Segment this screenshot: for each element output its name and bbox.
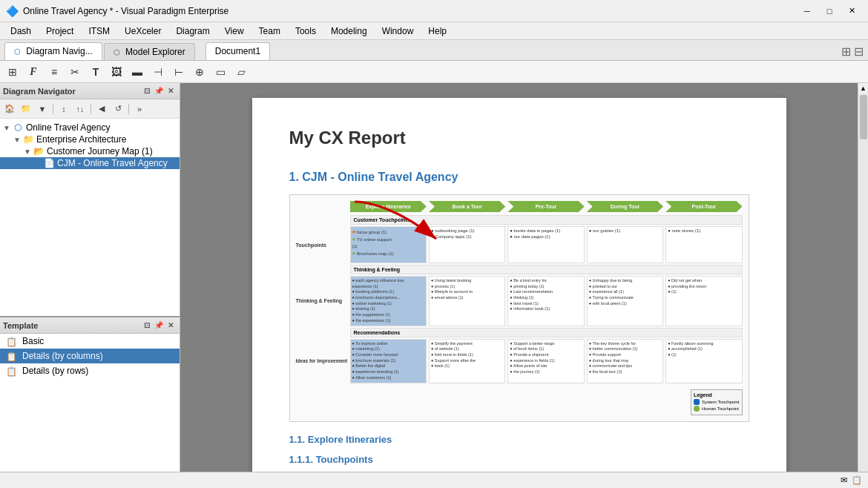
tree-l1-label: Enterprise Architecture	[36, 134, 126, 145]
tp-cell-1: ● focus group (1) ● TV online support (1…	[350, 226, 427, 263]
toolbar-oval-btn[interactable]: ▱	[231, 64, 251, 80]
close-panel-button[interactable]: ✕	[165, 85, 177, 97]
maximize-button[interactable]: □	[819, 4, 840, 19]
folder-icon-l2: 📂	[33, 146, 45, 156]
mail-icon[interactable]: ✉	[841, 475, 847, 485]
thinking-label: Thinking & Feeling	[296, 276, 348, 326]
tree-cjm-folder[interactable]: ▼ 📂 Customer Journey Map (1)	[0, 145, 180, 157]
toolbar-left-btn[interactable]: ⊣	[148, 64, 168, 80]
toolbar-image-btn[interactable]: 🖼	[107, 64, 126, 80]
scroll-up-arrow[interactable]: ▲	[858, 83, 869, 93]
folder-icon-l1: 📁	[22, 134, 34, 145]
tree-enterprise-arch[interactable]: ▼ 📁 Enterprise Architecture	[0, 133, 180, 145]
toolbar-icon-panel[interactable]: ⊟	[854, 44, 864, 59]
template-rows[interactable]: 📋 Details (by rows)	[0, 363, 180, 378]
section1-title: 1. CJM - Online Travel Agency	[289, 171, 749, 184]
document-scroll-area[interactable]: My CX Report 1. CJM - Online Travel Agen…	[180, 83, 858, 488]
toolbar-icon-grid[interactable]: ⊞	[841, 44, 851, 59]
ideas-label: Ideas for Improvement	[296, 339, 348, 383]
tp-cell-4: ● our guides (1)	[587, 226, 663, 263]
app-icon: 🔷	[6, 5, 19, 17]
clipboard-icon[interactable]: 📋	[852, 475, 862, 485]
diagram-nav-toolbar: 🏠 📁 ▼ ↕ ↑↓ ◀ ↺ »	[0, 99, 180, 119]
stage-book: Book a Tour	[429, 201, 505, 212]
restore-button[interactable]: ⊡	[141, 85, 153, 97]
nav-sort2-btn[interactable]: ↑↓	[73, 102, 88, 116]
window-controls: ─ □ ✕	[797, 4, 862, 19]
app-title: Online Travel Agency * - Visual Paradigm…	[23, 6, 797, 16]
pin-button[interactable]: 📌	[153, 85, 165, 97]
stage-explore: Explore Itineraries	[350, 201, 427, 212]
menu-modeling[interactable]: Modeling	[323, 24, 375, 39]
nav-refresh-btn[interactable]: ↺	[111, 102, 125, 116]
diagram-navigator-header: Diagram Navigator ⊡ 📌 ✕	[0, 83, 180, 99]
toolbar-line-btn[interactable]: ▬	[128, 64, 147, 80]
template-restore-btn[interactable]: ⊡	[141, 320, 153, 332]
th-cell-2: ● Using latest booking ● process (1) ● l…	[429, 276, 505, 326]
template-close-btn[interactable]: ✕	[165, 320, 177, 332]
toolbar-rect-btn[interactable]: ▭	[211, 64, 230, 80]
tree-toggle-root[interactable]: ▼	[3, 124, 12, 132]
menu-team[interactable]: Team	[251, 24, 288, 39]
menu-uexceler[interactable]: UeXceler	[117, 24, 168, 39]
menu-diagram[interactable]: Diagram	[168, 24, 217, 39]
menu-window[interactable]: Window	[375, 24, 421, 39]
cjm-empty2	[296, 265, 348, 274]
toolbar-T-btn[interactable]: T	[86, 64, 105, 80]
scroll-thumb[interactable]	[860, 95, 867, 139]
tree-toggle-l1[interactable]: ▼	[13, 136, 22, 144]
menu-project[interactable]: Project	[39, 24, 81, 39]
subsection1-1-title: 1.1.1. Touchpoints	[289, 454, 749, 465]
toolbar-cut-btn[interactable]: ✂	[65, 64, 85, 80]
template-basic[interactable]: 📋 Basic	[0, 334, 180, 349]
tree-root[interactable]: ▼ ⬡ Online Travel Agency	[0, 122, 180, 133]
nav-down-btn[interactable]: ▼	[35, 102, 50, 116]
main-layout: Diagram Navigator ⊡ 📌 ✕ 🏠 📁 ▼ ↕ ↑↓ ◀ ↺ »	[0, 83, 868, 488]
nav-sort-btn[interactable]: ↕	[56, 102, 71, 116]
close-button[interactable]: ✕	[841, 4, 862, 19]
th-cell-5: ● Did not get when ● providing the retur…	[665, 276, 742, 326]
toolbar-right-btn[interactable]: ⊢	[169, 64, 188, 80]
status-bar: ✉ 📋	[0, 472, 868, 488]
menu-tools[interactable]: Tools	[288, 24, 323, 39]
nav-home-btn[interactable]: 🏠	[2, 102, 17, 116]
tab-document[interactable]: Document1	[206, 42, 270, 60]
toolbar-text-btn[interactable]: F	[24, 64, 43, 80]
main-toolbar: ⊞ F ≡ ✂ T 🖼 ▬ ⊣ ⊢ ⊕ ▭ ▱	[0, 61, 868, 83]
cjm-thinking-row: Thinking & Feeling ● each agency influen…	[296, 276, 743, 326]
tab-diagram-nav[interactable]: ⬡ Diagram Navig...	[4, 42, 102, 60]
toolbar-grid-btn[interactable]: ⊞	[3, 64, 22, 80]
vertical-scrollbar[interactable]: ▲ ▼	[858, 83, 868, 488]
scroll-track[interactable]	[858, 93, 868, 478]
cjm-touchpoints-header-row: Customer Touchpoints	[296, 215, 743, 225]
nav-back-btn[interactable]: ◀	[94, 102, 109, 116]
stage-post: Post-Tour	[665, 201, 742, 212]
cjm-touchpoints-row: Touchpoints ● focus group (1) ● TV onlin…	[296, 226, 743, 263]
rec-header: Recommendations	[350, 328, 743, 337]
cjm-diagram-preview: Explore Itineraries Book a Tour Pre-Tour…	[289, 194, 749, 422]
tree-root-label: Online Travel Agency	[26, 122, 110, 133]
template-columns[interactable]: 📋 Details (by columns)	[0, 349, 180, 363]
toolbar-plus-btn[interactable]: ⊕	[190, 64, 209, 80]
minimize-button[interactable]: ─	[797, 4, 818, 19]
legend-system-tp: System Touchpoint	[694, 399, 740, 405]
menu-dash[interactable]: Dash	[3, 24, 39, 39]
tree-toggle-l2[interactable]: ▼	[24, 148, 33, 156]
tree-toggle-l3	[34, 159, 43, 168]
nav-expand-btn[interactable]: »	[132, 102, 147, 116]
cjm-legend: Legend System Touchpoint Human Touchpoin…	[691, 389, 743, 415]
id-cell-4: ● The key theme cycle for ● better commu…	[587, 339, 663, 383]
template-basic-label: Basic	[22, 336, 44, 346]
nav-new-btn[interactable]: 📁	[19, 102, 33, 116]
toolbar-lines-btn[interactable]: ≡	[45, 64, 64, 80]
template-columns-label: Details (by columns)	[22, 351, 103, 361]
menu-view[interactable]: View	[217, 24, 251, 39]
template-pin-btn[interactable]: 📌	[153, 320, 165, 332]
tree-cjm-item[interactable]: 📄 CJM - Online Travel Agency	[0, 157, 180, 169]
template-list: 📋 Basic 📋 Details (by columns) 📋 Details…	[0, 334, 180, 488]
menu-itsm[interactable]: ITSM	[81, 24, 117, 39]
touchpoints-label: Touchpoints	[296, 226, 348, 263]
menu-help[interactable]: Help	[421, 24, 454, 39]
tab-model-explorer[interactable]: ⬡ Model Explorer	[104, 43, 195, 60]
thinking-header: Thinking & Feeling	[350, 265, 743, 274]
